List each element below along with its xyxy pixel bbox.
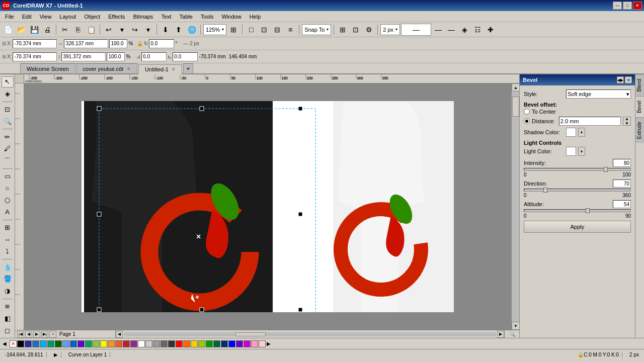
- color-swatch-orange[interactable]: [108, 340, 115, 347]
- color-swatch-lgray[interactable]: [145, 340, 152, 347]
- line-style-button[interactable]: —: [401, 24, 431, 36]
- shadow-tool[interactable]: ◧: [2, 313, 14, 324]
- last-page-button[interactable]: ▶|: [41, 331, 48, 338]
- skew-y-input[interactable]: [173, 52, 198, 61]
- zoom-tool[interactable]: 🔍: [2, 116, 14, 127]
- color-swatch-darkgreen[interactable]: [55, 340, 62, 347]
- zoom-display[interactable]: 🔍: [504, 330, 519, 338]
- color-swatch-purple[interactable]: [77, 340, 85, 347]
- menu-item-effects[interactable]: Effects: [104, 13, 129, 21]
- snap-btn2[interactable]: ⊡: [350, 24, 362, 36]
- redo-button[interactable]: ↪: [129, 24, 141, 36]
- copy-button[interactable]: ⎘: [72, 24, 84, 36]
- tab-untitled1[interactable]: Untitled-1 ✕: [138, 64, 182, 74]
- color-swatch-gold[interactable]: [191, 340, 198, 347]
- snap-btn1[interactable]: ⊞: [337, 24, 349, 36]
- color-swatch-orange3[interactable]: [183, 340, 190, 347]
- rectangle-tool[interactable]: ▭: [2, 171, 14, 182]
- menu-item-table[interactable]: Table: [176, 13, 197, 21]
- color-swatch-blue3[interactable]: [70, 340, 77, 347]
- x2-input[interactable]: [13, 52, 57, 61]
- direction-value-input[interactable]: [613, 179, 631, 188]
- pen-tool[interactable]: 🖊: [2, 143, 14, 154]
- shadow-color-dropdown[interactable]: ▾: [578, 128, 585, 137]
- color-swatch-pink[interactable]: [244, 340, 251, 347]
- new-button[interactable]: 📄: [2, 24, 14, 36]
- blend-tool[interactable]: ≋: [2, 301, 14, 312]
- color-swatch-orange2[interactable]: [115, 340, 122, 347]
- light-color-swatch[interactable]: [566, 147, 576, 156]
- interactive-fill-tool[interactable]: ◑: [2, 286, 14, 297]
- freehand-tool[interactable]: ✏: [2, 131, 14, 142]
- options-button[interactable]: ⚙: [363, 24, 375, 36]
- save-button[interactable]: 💾: [28, 24, 40, 36]
- view-opt3-button[interactable]: ≡: [284, 24, 296, 36]
- width-input[interactable]: [64, 39, 108, 48]
- transparency-tool[interactable]: ◻: [2, 325, 14, 336]
- altitude-value-input[interactable]: [613, 200, 631, 208]
- color-swatch-green4[interactable]: [206, 340, 213, 347]
- print-button[interactable]: 🖨: [41, 24, 53, 36]
- palette-next-button[interactable]: ▶: [266, 340, 273, 347]
- line-start-button[interactable]: —: [445, 24, 457, 36]
- scroll-thumb[interactable]: [512, 97, 519, 117]
- distance-radio[interactable]: [524, 118, 530, 124]
- panel-close-button[interactable]: ✕: [625, 76, 632, 83]
- color-swatch-blue2[interactable]: [32, 340, 39, 347]
- eyedropper-tool[interactable]: 💧: [2, 261, 14, 273]
- tab-welcome-screen[interactable]: Welcome Screen: [20, 63, 75, 73]
- color-swatch-dkgreen[interactable]: [213, 340, 220, 347]
- color-swatch-purple2[interactable]: [236, 340, 243, 347]
- tab-cover-youtube[interactable]: cover youtue.cdr ✕: [76, 63, 137, 73]
- undo-list-button[interactable]: ▾: [116, 24, 128, 36]
- height-input[interactable]: [61, 52, 106, 61]
- fill-tool[interactable]: 🪣: [2, 274, 14, 285]
- canvas-scroll[interactable]: ×: [24, 83, 511, 330]
- add-page-button[interactable]: +: [49, 331, 56, 338]
- color-swatch-peach[interactable]: [259, 340, 266, 347]
- color-swatch-red[interactable]: [123, 340, 130, 347]
- export-button[interactable]: ⬆: [173, 24, 185, 36]
- line-width-combo[interactable]: 2 px ▾: [380, 24, 400, 35]
- dimension-tool[interactable]: ↔: [2, 234, 14, 245]
- select-tool[interactable]: ↖: [2, 76, 14, 87]
- menu-item-layout[interactable]: Layout: [55, 13, 80, 21]
- palette-prev-button[interactable]: ◀: [2, 340, 9, 347]
- ellipse-tool[interactable]: ○: [2, 183, 14, 194]
- menu-item-help[interactable]: Help: [246, 13, 265, 21]
- color-swatch-pink2[interactable]: [251, 340, 258, 347]
- color-swatch-cyan[interactable]: [40, 340, 47, 347]
- rotation-input[interactable]: [149, 39, 174, 48]
- width-pct-input[interactable]: [109, 39, 127, 48]
- tab-close-icon[interactable]: ✕: [172, 67, 176, 72]
- light-color-dropdown[interactable]: ▾: [578, 147, 585, 156]
- import-button[interactable]: ⬇: [159, 24, 172, 36]
- virtual-segment-button[interactable]: ☷: [471, 24, 484, 36]
- tab-close-icon[interactable]: ✕: [127, 66, 131, 71]
- color-swatch-yellow2[interactable]: [198, 340, 205, 347]
- direction-slider-thumb[interactable]: [543, 188, 547, 193]
- view-mode-button[interactable]: □: [245, 24, 257, 36]
- color-swatch-white[interactable]: [138, 340, 145, 347]
- polygon-tool[interactable]: ⬡: [2, 195, 14, 206]
- color-swatch-mgray[interactable]: [153, 340, 160, 347]
- node-button[interactable]: ◈: [458, 24, 470, 36]
- direction-slider-track[interactable]: [524, 189, 631, 192]
- x-input[interactable]: [13, 39, 57, 48]
- intensity-slider-track[interactable]: [524, 168, 631, 171]
- apply-button[interactable]: Apply: [524, 221, 631, 233]
- view-full-button[interactable]: ⊡: [258, 24, 270, 36]
- scroll-left-button[interactable]: ◀: [116, 331, 123, 338]
- menu-item-file[interactable]: File: [1, 13, 18, 21]
- undo-button[interactable]: ↩: [103, 24, 115, 36]
- zoom-combo[interactable]: 125% ▾: [203, 24, 226, 35]
- color-swatch-black[interactable]: [17, 340, 24, 347]
- color-swatch-red2[interactable]: [176, 340, 183, 347]
- color-swatch-dgray[interactable]: [160, 340, 168, 347]
- intensity-value-input[interactable]: [613, 159, 631, 167]
- height-pct-input[interactable]: [107, 52, 125, 61]
- first-page-button[interactable]: |◀: [17, 331, 24, 338]
- color-swatch-lightblue[interactable]: [62, 340, 69, 347]
- scroll-up-button[interactable]: ▲: [512, 83, 519, 92]
- color-swatch-yellow[interactable]: [100, 340, 107, 347]
